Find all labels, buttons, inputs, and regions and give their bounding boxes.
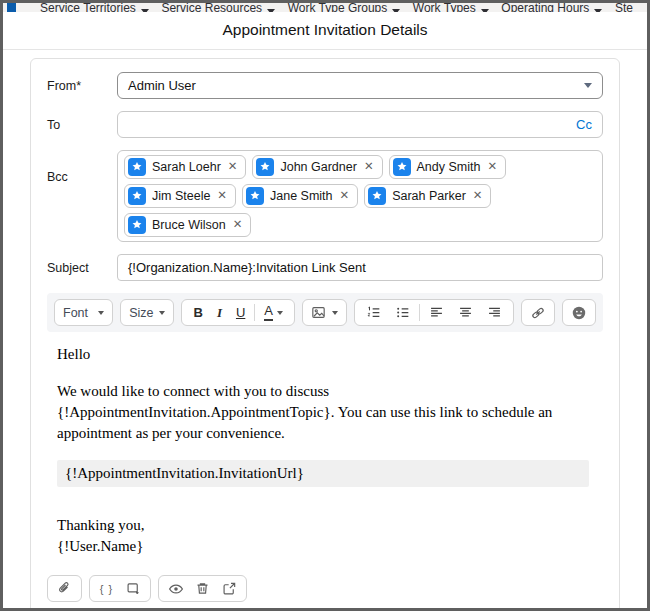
app-window: Service Territories Service Resources Wo… <box>0 0 650 611</box>
align-left-button[interactable] <box>422 300 451 325</box>
recipient-name: Jane Smith <box>270 189 333 203</box>
underline-button[interactable]: U <box>229 300 252 325</box>
merge-template-group: { } <box>89 575 151 602</box>
insert-link-button[interactable] <box>521 299 555 326</box>
composer-actions: { } <box>47 575 603 602</box>
align-center-icon <box>458 305 473 320</box>
remove-recipient-icon[interactable]: ✕ <box>216 190 227 202</box>
attach-file-button[interactable] <box>51 576 78 601</box>
app-logo-fragment <box>7 3 16 12</box>
body-closing-1: Thanking you, <box>57 515 593 536</box>
tab-service-resources[interactable]: Service Resources <box>161 3 275 12</box>
subject-input[interactable]: {!Organization.Name}:Invitation Link Sen… <box>117 254 603 281</box>
from-value: Admin User <box>128 78 196 93</box>
align-right-button[interactable] <box>480 300 509 325</box>
image-icon <box>311 305 326 320</box>
align-center-button[interactable] <box>451 300 480 325</box>
recipient-pill[interactable]: Bruce Wilson ✕ <box>124 213 251 237</box>
recipient-name: John Gardner <box>280 160 356 174</box>
rte-toolbar: Font Size B I U A <box>47 293 603 332</box>
contact-avatar-icon <box>128 216 146 234</box>
font-family-dropdown[interactable]: Font <box>54 299 113 326</box>
size-dropdown-label: Size <box>129 306 153 320</box>
toolbar-divider <box>254 304 255 321</box>
recipient-name: Sarah Loehr <box>152 160 221 174</box>
invitation-url-merge-field: {!AppointmentInvitation.InvitationUrl} <box>57 460 589 487</box>
remove-recipient-icon[interactable]: ✕ <box>486 161 497 173</box>
eye-icon <box>168 581 184 597</box>
chevron-down-icon <box>141 9 149 12</box>
merge-field-button[interactable]: { } <box>93 576 120 601</box>
toolbar-divider <box>419 304 420 321</box>
align-left-icon <box>429 305 444 320</box>
cc-toggle-link[interactable]: Cc <box>576 117 592 132</box>
to-input[interactable]: Cc <box>117 111 603 138</box>
chevron-down-icon <box>277 311 283 315</box>
background-tab-bar: Service Territories Service Resources Wo… <box>3 3 647 12</box>
font-dropdown-label: Font <box>63 306 88 320</box>
page-title: Appointment Invitation Details <box>3 21 647 39</box>
popout-button[interactable] <box>216 576 243 601</box>
recipient-pill[interactable]: John Gardner ✕ <box>252 155 382 179</box>
emoji-button[interactable] <box>562 299 596 326</box>
from-label: From* <box>47 78 117 93</box>
tab-label: Work Types <box>413 3 476 12</box>
list-align-group <box>354 299 514 326</box>
remove-recipient-icon[interactable]: ✕ <box>339 190 350 202</box>
bullet-list-button[interactable] <box>388 300 417 325</box>
chevron-down-icon <box>392 9 400 12</box>
chevron-down-icon <box>159 311 165 315</box>
tab-operating-hours[interactable]: Operating Hours <box>501 3 602 12</box>
rich-text-editor: Font Size B I U A <box>47 293 603 573</box>
tab-partial[interactable]: Ste <box>615 3 633 12</box>
tab-work-types[interactable]: Work Types <box>413 3 489 12</box>
email-form-card: From* Admin User To Cc Bcc <box>30 58 620 611</box>
recipient-pill[interactable]: Sarah Loehr ✕ <box>124 155 246 179</box>
recipient-name: Bruce Wilson <box>152 218 226 232</box>
contact-avatar-icon <box>128 158 146 176</box>
delete-button[interactable] <box>189 576 216 601</box>
preview-button[interactable] <box>162 576 189 601</box>
italic-button[interactable]: I <box>210 300 229 325</box>
trash-icon <box>195 581 210 596</box>
link-icon <box>530 305 546 321</box>
body-paragraph: We would like to connect with you to dis… <box>57 381 593 444</box>
recipient-pill[interactable]: Jim Steele ✕ <box>124 184 236 208</box>
chevron-down-icon <box>332 311 338 315</box>
align-right-icon <box>487 305 502 320</box>
tab-label: Service Resources <box>161 3 262 12</box>
remove-recipient-icon[interactable]: ✕ <box>232 219 243 231</box>
recipient-pill[interactable]: Andy Smith ✕ <box>389 155 507 179</box>
tab-service-territories[interactable]: Service Territories <box>40 3 149 12</box>
font-size-dropdown[interactable]: Size <box>120 299 174 326</box>
tab-label: Operating Hours <box>501 3 589 12</box>
insert-template-button[interactable] <box>120 576 147 601</box>
email-body[interactable]: Hello We would like to connect with you … <box>47 332 603 573</box>
tab-work-type-groups[interactable]: Work Type Groups <box>288 3 401 12</box>
subject-row: Subject {!Organization.Name}:Invitation … <box>47 254 603 281</box>
remove-recipient-icon[interactable]: ✕ <box>227 161 238 173</box>
appointment-invitation-modal: Appointment Invitation Details From* Adm… <box>3 12 647 611</box>
contact-avatar-icon <box>368 187 386 205</box>
recipient-name: Sarah Parker <box>392 189 466 203</box>
recipient-name: Andy Smith <box>417 160 481 174</box>
remove-recipient-icon[interactable]: ✕ <box>472 190 483 202</box>
numbered-list-button[interactable] <box>359 300 388 325</box>
to-row: To Cc <box>47 111 603 138</box>
recipient-pill[interactable]: Jane Smith ✕ <box>242 184 358 208</box>
remove-recipient-icon[interactable]: ✕ <box>363 161 374 173</box>
from-select[interactable]: Admin User <box>117 72 603 99</box>
text-style-group: B I U A <box>181 299 295 326</box>
recipient-pill[interactable]: Sarah Parker ✕ <box>364 184 491 208</box>
recipient-name: Jim Steele <box>152 189 210 203</box>
chevron-down-icon <box>594 9 602 12</box>
numbered-list-icon <box>366 305 381 320</box>
bcc-label: Bcc <box>47 150 117 184</box>
attach-file-group <box>47 575 82 602</box>
bold-button[interactable]: B <box>186 300 209 325</box>
bcc-input[interactable]: Sarah Loehr ✕ John Gardner ✕ Andy Smith … <box>117 150 603 242</box>
insert-image-button[interactable] <box>302 299 347 326</box>
open-in-new-icon <box>222 581 237 596</box>
modal-header: Appointment Invitation Details <box>3 12 647 50</box>
font-color-button[interactable]: A <box>257 300 290 325</box>
